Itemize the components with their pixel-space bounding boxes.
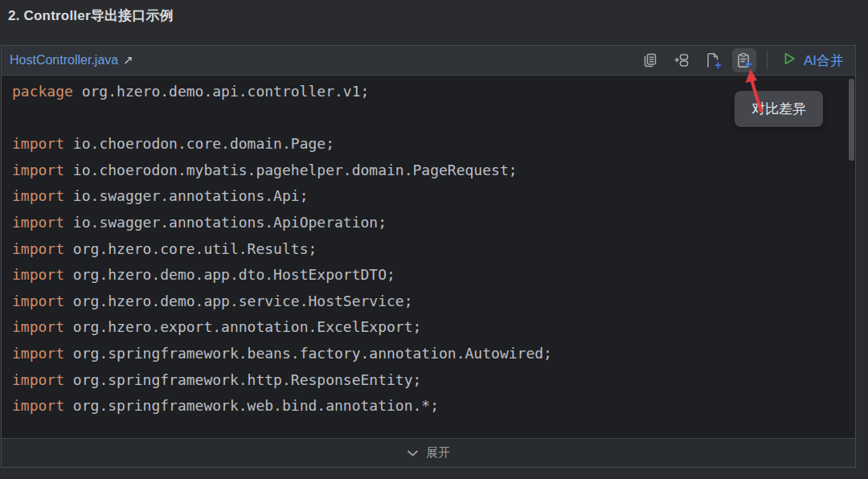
code-keyword: import [12, 135, 64, 152]
tooltip-text: 对比差异 [751, 101, 806, 117]
file-name: HostController.java [10, 53, 118, 68]
code-keyword: package [12, 83, 73, 100]
copy-button[interactable] [638, 48, 662, 72]
tooltip-compare-diff: 对比差异 [735, 91, 823, 127]
code-panel-header: HostController.java ↗ [2, 46, 855, 76]
code-text: org.hzero.demo.app.service.HostService; [64, 293, 412, 309]
compare-diff-icon [735, 52, 752, 69]
page-title: 2. Controller导出接口示例 [8, 6, 174, 25]
code-line: import org.hzero.export.annotation.Excel… [12, 314, 855, 341]
code-keyword: import [12, 371, 64, 388]
ai-merge-button[interactable]: AI合并 [778, 49, 847, 72]
code-keyword: import [12, 293, 64, 309]
code-line [12, 105, 855, 132]
code-block-panel: HostController.java ↗ [1, 45, 856, 468]
file-link[interactable]: HostController.java ↗ [10, 53, 133, 68]
code-line: import io.choerodon.mybatis.pagehelper.d… [12, 158, 855, 184]
compare-diff-button[interactable] [732, 48, 756, 72]
code-text: io.choerodon.core.domain.Page; [64, 135, 334, 152]
open-external-icon: ↗ [123, 53, 133, 68]
code-line: import org.hzero.demo.app.service.HostSe… [12, 289, 855, 315]
code-line: import io.swagger.annotations.ApiOperati… [12, 210, 855, 236]
code-line: import io.choerodon.core.domain.Page; [12, 131, 855, 158]
new-file-button[interactable] [701, 48, 725, 72]
code-toolbar: AI合并 [638, 48, 847, 72]
code-text: io.swagger.annotations.Api; [64, 187, 308, 204]
expand-button[interactable]: 展开 [2, 438, 855, 467]
page: { "page": { "title": "2. Controller导出接口示… [0, 0, 868, 479]
play-icon [781, 51, 797, 70]
code-text: org.springframework.beans.factory.annota… [64, 345, 552, 362]
code-keyword: import [12, 345, 64, 362]
code-line: import org.springframework.web.bind.anno… [12, 393, 855, 420]
code-line: import org.hzero.demo.app.dto.HostExport… [12, 262, 855, 289]
code-keyword: import [12, 240, 64, 257]
code-line: import org.springframework.http.Response… [12, 367, 855, 394]
code-line: import org.hzero.core.util.Results; [12, 236, 855, 263]
toolbar-divider [767, 51, 768, 69]
code-text: org.hzero.core.util.Results; [64, 240, 317, 257]
code-text: io.choerodon.mybatis.pagehelper.domain.P… [64, 162, 518, 178]
expand-label: 展开 [426, 445, 450, 461]
code-keyword: import [12, 397, 64, 414]
code-text: org.springframework.web.bind.annotation.… [64, 397, 439, 414]
code-scrollbar-thumb[interactable] [849, 79, 854, 161]
insert-to-editor-icon [674, 52, 690, 68]
code-text: org.springframework.http.ResponseEntity; [64, 371, 421, 388]
code-line: import io.swagger.annotations.Api; [12, 183, 855, 210]
ai-merge-label: AI合并 [804, 51, 844, 70]
code-keyword: import [12, 214, 64, 231]
code-text: io.swagger.annotations.ApiOperation; [64, 214, 387, 231]
code-keyword: import [12, 162, 64, 178]
code-text: org.hzero.demo.api.controller.v1; [73, 83, 369, 100]
code-keyword: import [12, 318, 64, 335]
copy-icon [642, 52, 658, 68]
code-line: import org.springframework.beans.factory… [12, 341, 855, 367]
code-keyword: import [12, 266, 64, 283]
code-keyword: import [12, 187, 64, 204]
code-area[interactable]: package org.hzero.demo.api.controller.v1… [2, 76, 855, 438]
code-text: org.hzero.demo.app.dto.HostExportDTO; [64, 266, 395, 283]
chevron-down-icon [407, 446, 419, 461]
new-file-icon [704, 51, 722, 69]
code-text: org.hzero.export.annotation.ExcelExport; [64, 318, 421, 335]
code-line: package org.hzero.demo.api.controller.v1… [12, 79, 855, 105]
insert-to-editor-button[interactable] [669, 48, 694, 72]
